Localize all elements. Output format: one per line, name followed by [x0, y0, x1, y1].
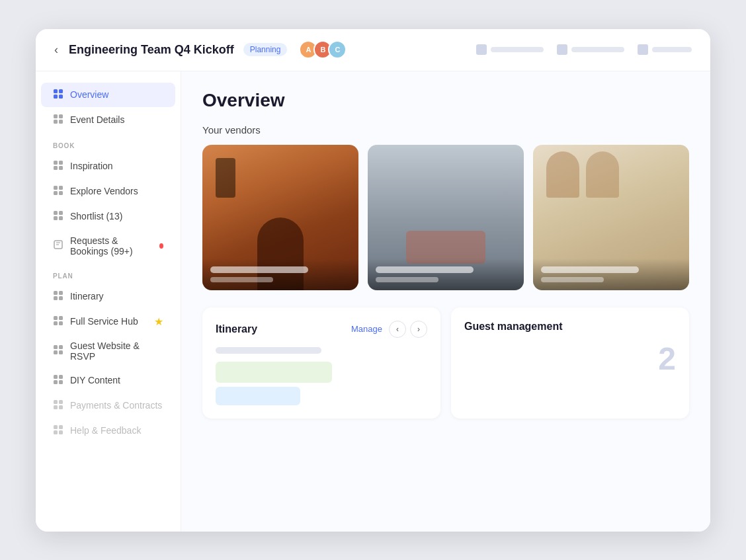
- sidebar-item-event-details[interactable]: Event Details: [41, 108, 175, 132]
- svg-rect-18: [54, 216, 58, 220]
- avatar: C: [328, 40, 347, 59]
- vendor-card-overlay-1: [202, 259, 358, 290]
- svg-rect-38: [59, 380, 63, 384]
- grid-icon: [53, 344, 63, 357]
- header-meta: [476, 44, 692, 55]
- svg-rect-39: [54, 400, 58, 404]
- svg-rect-16: [54, 211, 58, 215]
- svg-rect-13: [59, 186, 63, 190]
- sidebar-item-requests-bookings[interactable]: Requests & Bookings (99+): [41, 229, 175, 262]
- svg-rect-28: [59, 316, 63, 320]
- user-icon: [638, 44, 648, 55]
- date-value: [571, 47, 624, 52]
- grid-icon: [53, 114, 63, 126]
- sidebar-item-inspiration[interactable]: Inspiration: [41, 154, 175, 179]
- svg-rect-7: [59, 120, 63, 124]
- grid-icon: [53, 424, 63, 437]
- grid-icon: [53, 160, 63, 173]
- guest-count: 2: [658, 340, 676, 377]
- svg-rect-41: [54, 405, 58, 409]
- sidebar-item-label: Payments & Contracts: [70, 400, 162, 411]
- svg-rect-10: [54, 166, 58, 170]
- svg-rect-6: [54, 120, 58, 124]
- itinerary-card: Itinerary Manage ‹ ›: [202, 307, 440, 419]
- user-value: [652, 47, 692, 52]
- back-button[interactable]: ‹: [54, 43, 58, 57]
- sidebar-item-label: Overview: [70, 89, 108, 100]
- svg-rect-31: [54, 345, 58, 349]
- meta-location[interactable]: [476, 44, 544, 55]
- svg-rect-35: [54, 375, 58, 379]
- itinerary-event-2[interactable]: [216, 387, 300, 405]
- sidebar-item-help-feedback: Help & Feedback: [41, 419, 175, 443]
- vendor-card-overlay-3: [533, 259, 689, 290]
- section-plan: PLAN: [36, 263, 181, 284]
- grid-icon: [53, 185, 63, 198]
- sidebar-item-label: Itinerary: [70, 291, 104, 301]
- grid-icon: [53, 210, 63, 223]
- svg-rect-12: [54, 186, 58, 190]
- svg-rect-27: [54, 316, 58, 320]
- meta-date[interactable]: [557, 44, 624, 55]
- guest-management-card: Guest management 2: [451, 307, 689, 419]
- bottom-cards: Itinerary Manage ‹ ›: [202, 307, 689, 419]
- itinerary-next-button[interactable]: ›: [410, 321, 427, 338]
- svg-rect-26: [59, 296, 63, 300]
- calendar-icon: [557, 44, 567, 55]
- sidebar-item-guest-website-rsvp[interactable]: Guest Website & RSVP: [41, 335, 175, 368]
- svg-rect-15: [59, 191, 63, 195]
- grid-icon: [53, 374, 63, 387]
- main-content: Overview Your vendors: [181, 71, 710, 532]
- svg-rect-4: [54, 114, 58, 118]
- sidebar-item-label: Guest Website & RSVP: [70, 340, 163, 362]
- vendor-detail-bar: [376, 277, 438, 282]
- itinerary-prev-button[interactable]: ‹: [389, 321, 406, 338]
- svg-rect-44: [59, 425, 63, 429]
- svg-rect-19: [59, 216, 63, 220]
- vendor-card-2[interactable]: [368, 145, 524, 290]
- sidebar-item-full-service-hub[interactable]: Full Service Hub ★: [41, 309, 175, 334]
- vendor-card-1[interactable]: [202, 145, 358, 290]
- sidebar-item-label: Full Service Hub: [70, 316, 138, 327]
- app-window: ‹ Engineering Team Q4 Kickoff Planning A…: [36, 29, 710, 532]
- svg-rect-45: [54, 430, 58, 434]
- itinerary-card-header: Itinerary Manage ‹ ›: [216, 321, 427, 338]
- svg-rect-29: [54, 321, 58, 325]
- svg-rect-24: [59, 291, 63, 295]
- svg-rect-14: [54, 191, 58, 195]
- itinerary-event-1[interactable]: [216, 362, 332, 383]
- sidebar-item-shortlist[interactable]: Shortlist (13): [41, 204, 175, 229]
- status-badge: Planning: [243, 43, 288, 56]
- sidebar-item-overview[interactable]: Overview: [41, 83, 175, 107]
- vendor-detail-bar: [541, 277, 604, 282]
- svg-rect-34: [59, 350, 63, 354]
- sidebar-item-label: Requests & Bookings (99+): [70, 235, 153, 257]
- guest-card-title: Guest management: [464, 321, 562, 333]
- svg-rect-46: [59, 430, 63, 434]
- grid-icon: [53, 290, 63, 303]
- vendors-section-label: Your vendors: [202, 124, 689, 136]
- svg-rect-17: [59, 211, 63, 215]
- vendor-card-overlay-2: [368, 259, 524, 290]
- vendor-name-bar: [376, 266, 474, 273]
- svg-rect-32: [59, 345, 63, 349]
- itinerary-manage-button[interactable]: Manage: [351, 324, 382, 334]
- sidebar-item-payments-contracts: Payments & Contracts: [41, 393, 175, 418]
- svg-rect-9: [59, 161, 63, 165]
- sidebar-item-diy-content[interactable]: DIY Content: [41, 368, 175, 393]
- sidebar-item-label: Inspiration: [70, 161, 113, 171]
- meta-user[interactable]: [638, 44, 692, 55]
- sidebar-item-explore-vendors[interactable]: Explore Vendors: [41, 179, 175, 204]
- overview-title: Overview: [202, 90, 689, 111]
- sidebar-item-label: Explore Vendors: [70, 186, 138, 196]
- location-icon: [476, 44, 487, 55]
- grid-icon: [53, 315, 63, 328]
- svg-rect-2: [54, 95, 58, 99]
- vendor-card-3[interactable]: [533, 145, 689, 290]
- avatar-group: A B C: [299, 40, 347, 59]
- location-value: [491, 47, 544, 52]
- itinerary-card-title: Itinerary: [216, 323, 257, 335]
- sidebar: Overview Event Details BOOK Inspiration: [36, 71, 181, 532]
- guest-card-header: Guest management: [464, 321, 676, 333]
- sidebar-item-itinerary[interactable]: Itinerary: [41, 284, 175, 309]
